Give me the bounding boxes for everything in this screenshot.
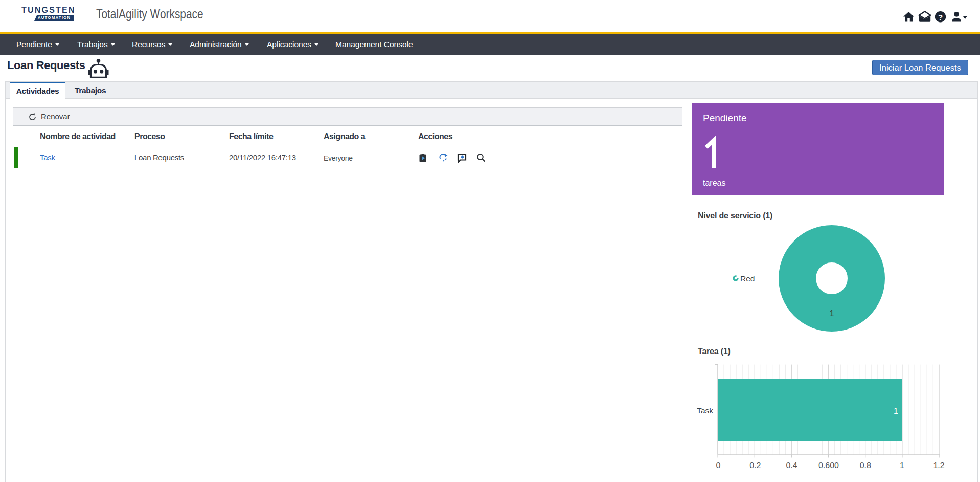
svg-text:0.8: 0.8 [860, 461, 871, 470]
svg-text:?: ? [938, 13, 943, 21]
svg-text:0.4: 0.4 [786, 461, 797, 470]
svg-text:1: 1 [830, 309, 834, 318]
svg-text:1: 1 [894, 407, 898, 415]
svg-text:0.2: 0.2 [749, 461, 761, 470]
svg-text:1.2: 1.2 [933, 461, 944, 470]
svg-text:1: 1 [900, 461, 904, 470]
svg-text:0: 0 [716, 461, 721, 470]
svg-text:Task: Task [697, 406, 713, 415]
svg-text:0.600: 0.600 [818, 461, 839, 470]
